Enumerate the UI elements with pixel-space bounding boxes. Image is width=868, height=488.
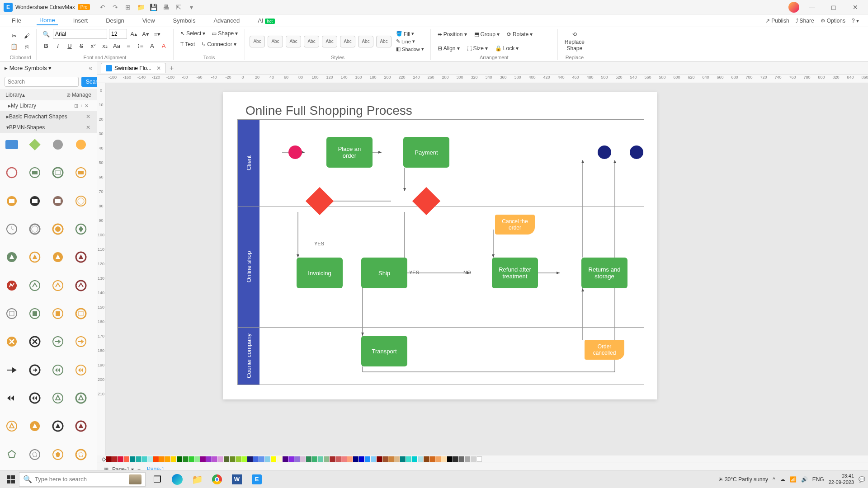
lib-add-icon[interactable]: + [80, 103, 83, 109]
maximize-button[interactable]: ◻ [825, 1, 843, 14]
color-swatch[interactable] [447, 456, 453, 462]
end-event-2[interactable] [630, 145, 643, 159]
publish-button[interactable]: ↗ Publish [765, 18, 789, 24]
shape-pentagon-green[interactable] [5, 447, 19, 462]
color-swatch[interactable] [435, 456, 441, 462]
highlight-button[interactable]: A̲ [147, 41, 157, 51]
library-label[interactable]: Library [5, 92, 22, 98]
color-swatch[interactable] [136, 456, 141, 462]
position-button[interactable]: ⬌ Position ▾ [435, 30, 469, 39]
shape-circle-red[interactable] [5, 165, 19, 180]
shape-cancel-orange[interactable] [5, 334, 19, 349]
payment-box[interactable]: Payment [403, 137, 449, 168]
fill-button[interactable]: 🪣 Fill ▾ [394, 30, 426, 37]
color-swatch[interactable] [300, 456, 306, 462]
tray-volume-icon[interactable]: 🔊 [801, 476, 808, 483]
shape-triangle-green[interactable] [51, 391, 65, 405]
color-swatch[interactable] [259, 456, 264, 462]
qat-more-button[interactable]: ▾ [188, 4, 195, 11]
color-swatch[interactable] [265, 456, 270, 462]
invoicing-box[interactable]: Invoicing [297, 258, 343, 288]
redo-button[interactable]: ↷ [112, 4, 119, 11]
font-color-button[interactable]: A [159, 41, 169, 51]
color-swatch[interactable] [177, 456, 182, 462]
shape-signal-orange2[interactable] [51, 250, 65, 264]
shape-timer-gray[interactable] [5, 222, 19, 236]
color-swatch[interactable] [253, 456, 259, 462]
shape-tool-button[interactable]: ▭ Shape ▾ [209, 29, 240, 38]
color-swatch[interactable] [412, 456, 417, 462]
color-swatch[interactable] [153, 456, 159, 462]
color-swatch[interactable] [459, 456, 464, 462]
color-swatch[interactable] [224, 456, 229, 462]
add-tab-button[interactable]: + [170, 64, 174, 72]
shape-message-green[interactable] [28, 165, 42, 180]
color-swatch[interactable] [424, 456, 429, 462]
color-swatch[interactable] [200, 456, 206, 462]
shape-pentagon-orange[interactable] [51, 447, 65, 462]
close-category-icon[interactable]: ✕ [86, 124, 90, 131]
color-swatch[interactable] [142, 456, 147, 462]
color-swatch[interactable] [465, 456, 470, 462]
shape-arrow-black[interactable] [5, 363, 19, 377]
my-library-item[interactable]: ▸ My Library ⊞ + ✕ [0, 100, 97, 111]
shape-escalation-dark[interactable] [74, 278, 88, 293]
color-swatch[interactable] [236, 456, 241, 462]
swimlane-container[interactable]: Client Place an order Payment [237, 119, 644, 385]
color-swatch[interactable] [359, 456, 364, 462]
color-swatch[interactable] [306, 456, 311, 462]
document-tab[interactable]: Swimlane Flo... ✕ [101, 63, 166, 73]
collapse-panel-button[interactable]: « [89, 64, 92, 71]
color-swatch[interactable] [277, 456, 282, 462]
shape-compensation-green[interactable] [74, 222, 88, 236]
color-swatch[interactable] [218, 456, 223, 462]
color-swatch[interactable] [165, 456, 170, 462]
close-tab-button[interactable]: ✕ [156, 65, 161, 71]
style-preset-8[interactable]: Abc [376, 36, 392, 47]
color-swatch[interactable] [118, 456, 123, 462]
print-button[interactable]: 🖶 [162, 4, 170, 11]
shape-rewind-black[interactable] [5, 391, 19, 405]
shape-timer-gray2[interactable] [28, 222, 42, 236]
color-swatch[interactable] [171, 456, 176, 462]
basic-flowchart-category[interactable]: ▸ Basic Flowchart Shapes✕ [0, 111, 97, 122]
shape-data-orange[interactable] [51, 306, 65, 321]
shrink-font-button[interactable]: A▾ [141, 29, 151, 39]
word-icon[interactable]: W [228, 471, 246, 488]
user-avatar[interactable] [788, 2, 799, 13]
edge-icon[interactable] [168, 471, 186, 488]
shape-pentagon-gray[interactable] [28, 447, 42, 462]
place-order-box[interactable]: Place an order [326, 137, 373, 168]
menu-view[interactable]: View [140, 16, 158, 25]
shape-signal-green[interactable] [5, 250, 19, 264]
task-view-icon[interactable]: ❐ [148, 471, 166, 488]
shape-message-brown[interactable] [51, 194, 65, 208]
case-button[interactable]: Aa [112, 41, 122, 51]
color-swatch[interactable] [377, 456, 382, 462]
shape-escalation-green[interactable] [28, 278, 42, 293]
shape-cancel-black[interactable] [28, 334, 42, 349]
font-size-select[interactable] [109, 29, 127, 39]
color-swatch[interactable] [318, 456, 323, 462]
menu-design[interactable]: Design [103, 16, 127, 25]
color-swatch[interactable] [400, 456, 406, 462]
shape-rewind-orange[interactable] [74, 363, 88, 377]
group-button[interactable]: ⬒ Group ▾ [472, 30, 502, 39]
ship-box[interactable]: Ship [361, 258, 407, 288]
menu-symbols[interactable]: Symbols [170, 16, 198, 25]
open-button[interactable]: 📁 [137, 4, 144, 11]
shape-signal-orange[interactable] [28, 250, 42, 264]
text-tool-button[interactable]: T Text [178, 40, 197, 49]
superscript-button[interactable]: x² [88, 41, 98, 51]
shape-message-black[interactable] [28, 194, 42, 208]
shape-data-green[interactable] [28, 306, 42, 321]
start-event[interactable] [288, 145, 302, 159]
new-button[interactable]: ⊞ [124, 4, 132, 11]
color-swatch[interactable] [271, 456, 276, 462]
tray-wifi-icon[interactable]: 📶 [790, 476, 797, 483]
color-swatch[interactable] [341, 456, 347, 462]
style-preset-6[interactable]: Abc [340, 36, 355, 47]
export-button[interactable]: ⇱ [175, 4, 182, 11]
shape-error-red[interactable] [5, 278, 19, 293]
lib-expand-icon[interactable]: ⊞ [74, 103, 78, 109]
